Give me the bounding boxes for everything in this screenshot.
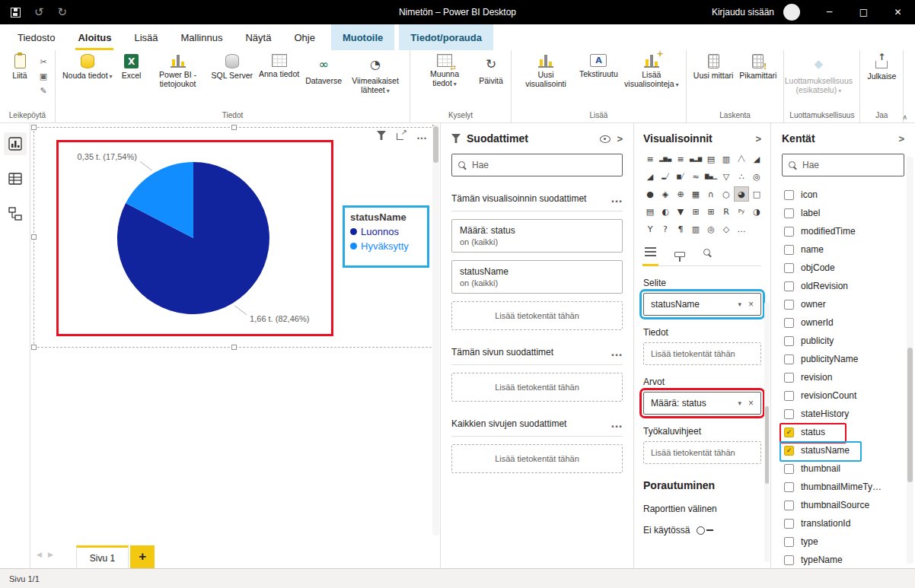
- fields-searchbox[interactable]: [782, 154, 904, 176]
- pie-chart[interactable]: 1,66 t. (82,46%)0,35 t. (17,54%): [59, 142, 331, 334]
- power-bi-tietojoukot-button[interactable]: Power BI -tietojoukot: [148, 52, 209, 91]
- map-icon[interactable]: ◎: [750, 170, 764, 183]
- field-row-oldRevision[interactable]: oldRevision: [771, 277, 915, 295]
- decomposition-tree-icon[interactable]: Y: [643, 222, 657, 236]
- checkbox-icon[interactable]: [784, 281, 794, 291]
- r-script-visual-icon[interactable]: R: [719, 205, 733, 218]
- collapse-filters-icon[interactable]: >: [617, 133, 623, 145]
- filled-map-icon[interactable]: ●: [643, 187, 657, 201]
- maximize-button[interactable]: □: [846, 0, 881, 24]
- filters-search-input[interactable]: [472, 160, 616, 170]
- shape-map-icon[interactable]: ◈: [658, 187, 672, 201]
- selection-handle[interactable]: [231, 125, 237, 130]
- smart-narrative-icon[interactable]: ¶: [674, 222, 687, 236]
- filters-searchbox[interactable]: [451, 154, 623, 176]
- field-row-revision[interactable]: revision: [771, 368, 915, 386]
- save-icon[interactable]: [11, 8, 21, 17]
- checkbox-icon[interactable]: [784, 336, 794, 346]
- selection-handle[interactable]: [231, 345, 237, 350]
- remove-field-icon[interactable]: ×: [748, 398, 754, 408]
- add-fields-dropzone[interactable]: Lisää tietokentät tähän: [451, 301, 623, 330]
- dataverse-button[interactable]: Dataverse: [302, 52, 345, 87]
- data-view-button[interactable]: [4, 167, 27, 190]
- field-row-modifiedTime[interactable]: modifiedTime: [771, 222, 915, 240]
- filter-card-m-r-status[interactable]: Määrä: statuson (kaikki): [451, 219, 623, 253]
- checkbox-icon[interactable]: [784, 555, 794, 565]
- selite-field[interactable]: statusName▾×: [643, 293, 761, 316]
- fields-search-input[interactable]: [802, 160, 897, 170]
- field-row-thumbnailMimeTy[interactable]: thumbnailMimeTy…: [771, 478, 915, 496]
- python-visual-icon[interactable]: Py: [735, 205, 748, 218]
- more-options-icon[interactable]: …: [611, 417, 623, 431]
- nouda-tiedot-button[interactable]: Nouda tiedot▾: [59, 52, 116, 82]
- p-ivit-button[interactable]: Päivitä: [475, 52, 507, 87]
- checkbox-icon[interactable]: [784, 391, 794, 401]
- field-row-name[interactable]: name: [771, 240, 915, 259]
- tab-tiedosto[interactable]: Tiedosto: [6, 24, 66, 50]
- drillthrough-toggle[interactable]: [697, 526, 713, 535]
- redo-icon[interactable]: ↻: [58, 5, 68, 19]
- tab-lis[interactable]: Lisää: [123, 24, 169, 50]
- field-row-icon[interactable]: icon: [771, 186, 915, 204]
- lis-visualisointeja-button[interactable]: Lisää visualisointeja▾: [621, 52, 682, 91]
- new-page-button[interactable]: +: [130, 545, 155, 568]
- treemap-icon[interactable]: ▦: [689, 187, 703, 201]
- clustered-column-chart-icon[interactable]: ▄▂▆: [689, 152, 703, 166]
- field-row-typeName[interactable]: typeName: [771, 551, 915, 569]
- uusi-mittari-button[interactable]: Uusi mittari: [690, 52, 737, 82]
- field-row-thumbnailSource[interactable]: thumbnailSource: [771, 496, 915, 514]
- tab-mallinnus[interactable]: Mallinnus: [170, 24, 234, 50]
- prev-page-icon[interactable]: ◀: [37, 551, 42, 558]
- canvas-scrollbar[interactable]: [432, 125, 439, 536]
- checkbox-icon[interactable]: [784, 354, 794, 364]
- line-and-stacked-column-chart-icon[interactable]: ▂╱: [658, 170, 672, 183]
- checkbox-icon[interactable]: [784, 373, 794, 383]
- minimize-button[interactable]: ─: [812, 0, 846, 24]
- tab-n-yt[interactable]: Näytä: [234, 24, 282, 50]
- scatter-chart-icon[interactable]: ∴: [735, 170, 748, 183]
- viimeaikaiset-l-hteet-button[interactable]: Viimeaikaiset lähteet▾: [345, 52, 406, 97]
- next-page-icon[interactable]: ▶: [48, 551, 53, 558]
- kpi-icon[interactable]: ◐: [658, 205, 672, 218]
- format-painter-icon[interactable]: ✎: [36, 84, 51, 97]
- field-row-translationId[interactable]: translationId: [771, 514, 915, 532]
- checkbox-icon[interactable]: [784, 537, 794, 547]
- ty-kaluvihjeet-placeholder[interactable]: Lisää tietokentät tähän: [643, 441, 761, 464]
- tab-analytics[interactable]: [703, 246, 712, 265]
- multi-row-card-icon[interactable]: ▤: [643, 205, 657, 218]
- field-row-revisionCount[interactable]: revisionCount: [771, 386, 915, 405]
- copy-icon[interactable]: ▣: [36, 70, 51, 83]
- tab-tiedot-porauda[interactable]: Tiedot/porauda: [399, 24, 493, 50]
- tekstiruutu-button[interactable]: Tekstiruutu: [576, 52, 621, 81]
- filter-card-statusname[interactable]: statusNameon (kaikki): [451, 260, 623, 294]
- selection-handle[interactable]: [31, 125, 37, 130]
- slicer-icon[interactable]: ▼: [674, 205, 687, 218]
- field-row-publicityName[interactable]: publicityName: [771, 350, 915, 368]
- power-apps-icon[interactable]: ◇: [719, 222, 733, 236]
- selection-handle[interactable]: [31, 234, 37, 240]
- anna-tiedot-button[interactable]: Anna tiedot: [256, 52, 302, 81]
- add-fields-dropzone[interactable]: Lisää tietokentät tähän: [451, 444, 623, 473]
- gauge-icon[interactable]: ∩: [704, 187, 718, 201]
- sql-server-button[interactable]: SQL Server: [209, 52, 256, 82]
- visual-filter-icon[interactable]: [377, 131, 386, 140]
- field-row-stateHistory[interactable]: stateHistory: [771, 405, 915, 423]
- key-influencers-icon[interactable]: ◑: [750, 205, 764, 218]
- 100-stacked-column-chart-icon[interactable]: ▥: [719, 152, 733, 166]
- remove-field-icon[interactable]: ×: [748, 299, 754, 310]
- tab-fields-well[interactable]: [645, 246, 656, 265]
- field-row-label[interactable]: label: [771, 204, 915, 222]
- stacked-bar-chart-icon[interactable]: ≡: [643, 152, 657, 166]
- checkbox-icon[interactable]: [784, 208, 794, 218]
- card-icon[interactable]: □: [750, 187, 764, 201]
- stacked-area-chart-icon[interactable]: ◢: [643, 170, 657, 183]
- cut-icon[interactable]: ✂: [36, 56, 51, 68]
- waterfall-chart-icon[interactable]: ▇▄▁: [704, 170, 718, 183]
- fields-scrollbar[interactable]: [907, 157, 913, 564]
- uusi-visualisointi-button[interactable]: Uusi visualisointi: [515, 52, 576, 91]
- eye-icon[interactable]: [599, 133, 611, 144]
- paginated-report-icon[interactable]: ▥: [689, 222, 703, 236]
- field-row-status[interactable]: ✓status: [771, 423, 915, 441]
- checkbox-icon[interactable]: [784, 409, 794, 419]
- chevron-down-icon[interactable]: ▾: [738, 300, 741, 308]
